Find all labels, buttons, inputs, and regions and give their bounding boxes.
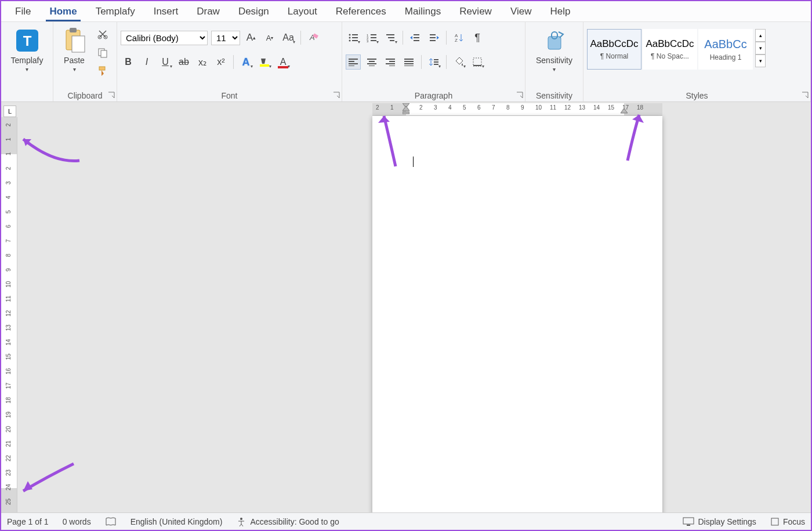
- status-accessibility[interactable]: Accessibility: Good to go: [236, 517, 339, 527]
- justify-button[interactable]: [401, 54, 416, 70]
- svg-rect-12: [260, 64, 269, 67]
- svg-rect-62: [683, 518, 694, 524]
- cut-button[interactable]: [95, 27, 110, 42]
- change-case-button[interactable]: Aa▾: [281, 30, 296, 45]
- svg-rect-42: [369, 61, 375, 62]
- svg-rect-60: [403, 112, 409, 114]
- tab-home[interactable]: Home: [40, 2, 86, 21]
- align-left-button[interactable]: [346, 54, 361, 70]
- decrease-indent-button[interactable]: [408, 30, 423, 45]
- tab-references[interactable]: References: [327, 2, 396, 21]
- align-right-icon: [386, 58, 395, 66]
- paste-label: Paste: [64, 56, 85, 65]
- grow-font-button[interactable]: A▴: [244, 30, 259, 45]
- borders-button[interactable]: ▾: [470, 54, 485, 70]
- templafy-button[interactable]: T Templafy ▾: [7, 24, 46, 75]
- tab-design[interactable]: Design: [229, 2, 278, 21]
- paragraph-launcher-icon[interactable]: [516, 91, 524, 99]
- styles-scroll-up[interactable]: ▴: [755, 29, 766, 42]
- status-page[interactable]: Page 1 of 1: [7, 517, 49, 526]
- show-marks-button[interactable]: ¶: [470, 30, 485, 45]
- line-spacing-button[interactable]: ▾: [426, 54, 441, 70]
- vertical-ruler[interactable]: 2112345678910111213141516171819202122232…: [1, 117, 17, 512]
- group-sensitivity: Sensitivity ▾ Sensitivity: [525, 22, 583, 101]
- numbering-button[interactable]: 123▾: [364, 30, 379, 45]
- tab-file[interactable]: File: [6, 2, 40, 21]
- bold-button[interactable]: B: [121, 54, 136, 70]
- sort-icon: AZ: [454, 32, 464, 43]
- style-normal[interactable]: AaBbCcDc ¶ Normal: [587, 29, 641, 70]
- tab-insert[interactable]: Insert: [144, 2, 188, 21]
- styles-scroll-down[interactable]: ▾: [755, 42, 766, 54]
- strikethrough-button[interactable]: ab: [176, 54, 191, 70]
- italic-button[interactable]: I: [139, 54, 154, 70]
- tab-mailings[interactable]: Mailings: [396, 2, 450, 21]
- sort-button[interactable]: AZ: [451, 30, 466, 45]
- multilevel-list-button[interactable]: ▾: [383, 30, 398, 45]
- status-focus[interactable]: Focus: [770, 517, 805, 526]
- font-name-select[interactable]: Calibri (Body): [121, 31, 208, 45]
- styles-launcher-icon[interactable]: [801, 91, 809, 99]
- bullets-button[interactable]: ▾: [346, 30, 361, 45]
- clear-format-button[interactable]: A: [306, 30, 321, 45]
- bucket-icon: [454, 57, 464, 67]
- tab-selector[interactable]: L: [3, 106, 16, 117]
- shading-button[interactable]: ▾: [451, 54, 466, 70]
- shrink-font-button[interactable]: A▾: [262, 30, 277, 45]
- chevron-down-icon: ▾: [26, 66, 28, 72]
- text-effects-button[interactable]: A▾: [238, 54, 253, 70]
- svg-text:T: T: [23, 33, 31, 49]
- status-display-settings[interactable]: Display Settings: [683, 517, 756, 526]
- font-size-select[interactable]: 11: [211, 31, 240, 45]
- svg-text:Z: Z: [455, 38, 458, 43]
- copy-button[interactable]: [95, 45, 110, 60]
- status-spellcheck[interactable]: [105, 517, 117, 527]
- increase-indent-button[interactable]: [426, 30, 441, 45]
- tab-view[interactable]: View: [501, 2, 541, 21]
- style-heading-1[interactable]: AaBbCc Heading 1: [698, 29, 753, 70]
- styles-gallery[interactable]: AaBbCcDc ¶ Normal AaBbCcDc ¶ No Spac... …: [587, 29, 753, 70]
- horizontal-ruler[interactable]: 211234567891011121314151718: [372, 103, 662, 116]
- align-center-icon: [367, 58, 376, 66]
- svg-rect-47: [386, 63, 395, 64]
- svg-rect-45: [386, 59, 395, 60]
- document-page[interactable]: [372, 116, 662, 516]
- status-words[interactable]: 0 words: [63, 517, 91, 526]
- superscript-button[interactable]: x²: [213, 54, 229, 70]
- subscript-button[interactable]: x₂: [195, 54, 210, 70]
- styles-expand[interactable]: ▾: [755, 54, 766, 67]
- status-language[interactable]: English (United Kingdom): [130, 517, 223, 526]
- svg-rect-52: [404, 66, 414, 66]
- svg-rect-32: [430, 34, 436, 35]
- tab-review[interactable]: Review: [450, 2, 501, 21]
- format-painter-button[interactable]: [95, 64, 110, 79]
- focus-icon: [770, 517, 780, 526]
- font-color-button[interactable]: A▾: [276, 54, 291, 70]
- tab-layout[interactable]: Layout: [278, 2, 327, 21]
- highlight-button[interactable]: ▾: [257, 54, 272, 70]
- spacing-icon: [429, 57, 439, 67]
- clipboard-launcher-icon[interactable]: [107, 91, 115, 99]
- sensitivity-button[interactable]: Sensitivity ▾: [532, 24, 576, 75]
- svg-rect-39: [349, 63, 358, 64]
- tab-templafy[interactable]: Templafy: [86, 2, 144, 21]
- svg-rect-34: [430, 40, 436, 41]
- style-no-spacing[interactable]: AaBbCcDc ¶ No Spac...: [643, 29, 697, 70]
- group-clipboard: Paste ▾ Clipboard: [53, 22, 117, 101]
- copy-icon: [97, 48, 108, 58]
- svg-rect-41: [367, 59, 376, 60]
- tab-draw[interactable]: Draw: [187, 2, 229, 21]
- svg-rect-19: [352, 40, 358, 41]
- svg-rect-49: [404, 59, 414, 60]
- paste-icon: [60, 27, 88, 54]
- underline-button[interactable]: U▾: [158, 54, 173, 70]
- paste-button[interactable]: Paste ▾: [57, 24, 92, 75]
- align-center-button[interactable]: [364, 54, 379, 70]
- templafy-icon: T: [13, 27, 41, 54]
- clipboard-group-label: Clipboard: [57, 90, 113, 101]
- align-right-button[interactable]: [383, 54, 398, 70]
- font-launcher-icon[interactable]: [332, 91, 340, 99]
- tab-help[interactable]: Help: [541, 2, 579, 21]
- svg-rect-17: [352, 37, 358, 38]
- svg-rect-64: [771, 518, 778, 525]
